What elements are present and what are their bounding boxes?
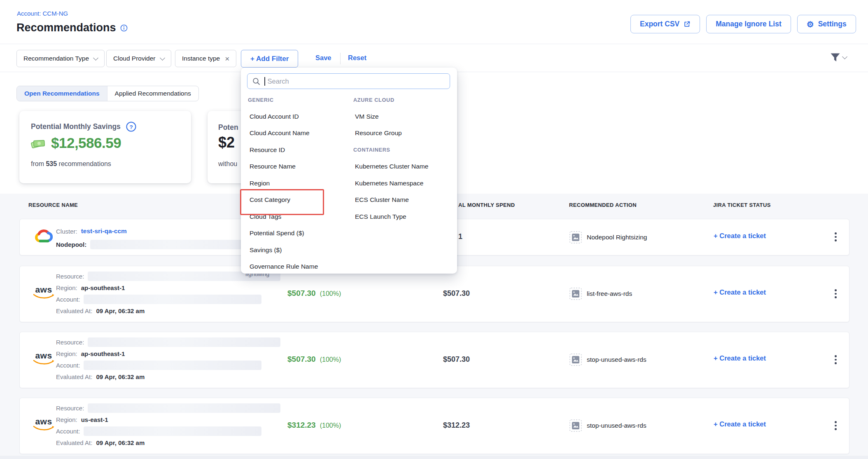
filter-option-region[interactable]: Region (248, 175, 345, 192)
region-label: Region: (56, 416, 77, 423)
filter-option-governance-rule-name[interactable]: Governance Rule Name (248, 258, 345, 275)
monthly-spend-value-partial: 1 (458, 232, 462, 241)
recommendations-page: Account: CCM-NG Recommendations Export C… (0, 0, 868, 459)
create-ticket-link[interactable]: + Create a ticket (714, 232, 766, 240)
filter-chip-cloud-provider[interactable]: Cloud Provider (106, 50, 171, 67)
info-icon[interactable] (120, 24, 128, 32)
kebab-menu-icon[interactable] (832, 353, 839, 367)
header-divider (0, 44, 868, 44)
redacted-value (84, 295, 261, 304)
savings-amount-row: $12,586.59 (31, 135, 121, 151)
cash-icon (31, 137, 46, 149)
title-row: Recommendations (16, 21, 128, 34)
filter-option-savings[interactable]: Savings ($) (248, 242, 345, 259)
evaluated-value: 09 Apr, 06:32 am (96, 373, 145, 380)
aws-icon: aws (32, 417, 55, 431)
spend-amount-partial: $2 (218, 134, 235, 151)
filter-column-azure-containers: AZURE CLOUD VM Size Resource Group CONTA… (353, 91, 452, 225)
tab-applied-recommendations[interactable]: Applied Recommendations (107, 86, 198, 101)
region-value: us-east-1 (81, 416, 108, 423)
filter-option-cost-category[interactable]: Cost Category (248, 192, 345, 208)
image-placeholder-icon (569, 231, 582, 244)
reset-filter-link[interactable]: Reset (348, 54, 366, 62)
subtext-prefix: from (31, 160, 44, 167)
search-icon (252, 77, 260, 85)
filter-option-cloud-account-name[interactable]: Cloud Account Name (248, 125, 345, 142)
filter-option-cloud-tags[interactable]: Cloud Tags (248, 208, 345, 225)
chevron-down-icon (160, 55, 165, 61)
chevron-down-icon (93, 55, 98, 61)
evaluated-label: Evaluated At: (56, 439, 92, 446)
recommended-action-label: list-free-aws-rds (587, 290, 632, 297)
chip-label: Cloud Provider (113, 55, 156, 62)
recommendations-tabs: Open Recommendations Applied Recommendat… (16, 86, 199, 101)
create-ticket-link[interactable]: + Create a ticket (714, 288, 766, 296)
recommended-action-cell: list-free-aws-rds (569, 288, 632, 300)
evaluated-label: Evaluated At: (56, 373, 92, 380)
manage-ignore-list-button[interactable]: Manage Ignore List (706, 15, 791, 33)
save-filter-link[interactable]: Save (315, 54, 331, 62)
resource-line: Resource: (56, 337, 280, 347)
account-label: Account: (56, 362, 80, 369)
chip-label: Recommendation Type (23, 55, 89, 62)
savings-percent: (100%) (320, 422, 341, 429)
search-input[interactable] (267, 77, 445, 86)
account-label: Account: (56, 296, 80, 303)
filter-option-potential-spend[interactable]: Potential Spend ($) (248, 225, 345, 242)
filter-option-ecs-cluster-name[interactable]: ECS Cluster Name (353, 192, 452, 208)
filter-funnel-icon (830, 53, 840, 62)
filter-option-kubernetes-cluster-name[interactable]: Kubernetes Cluster Name (353, 158, 452, 175)
filter-chip-recommendation-type[interactable]: Recommendation Type (16, 50, 105, 67)
redacted-value (88, 337, 280, 347)
tab-open-recommendations[interactable]: Open Recommendations (17, 86, 107, 101)
filter-option-vm-size[interactable]: VM Size (353, 108, 452, 125)
redacted-value (84, 361, 261, 370)
aws-icon: aws (32, 285, 55, 299)
add-filter-dropdown: GENERIC Cloud Account ID Cloud Account N… (241, 68, 457, 274)
filter-chip-instance-type[interactable]: Instance type × (175, 50, 236, 67)
savings-percent: (100%) (320, 356, 341, 363)
kebab-menu-icon[interactable] (832, 287, 839, 301)
filter-option-kubernetes-namespace[interactable]: Kubernetes Namespace (353, 175, 452, 192)
manage-ignore-list-label: Manage Ignore List (716, 20, 781, 28)
spend-subtext-partial: withou (218, 160, 237, 168)
evaluated-value: 09 Apr, 06:32 am (96, 439, 145, 446)
filter-option-resource-group[interactable]: Resource Group (353, 125, 452, 142)
image-placeholder-icon (569, 288, 582, 300)
redacted-value (84, 426, 261, 436)
filter-search-box[interactable] (247, 73, 450, 89)
breadcrumb[interactable]: Account: CCM-NG (17, 10, 68, 17)
filter-option-resource-name[interactable]: Resource Name (248, 158, 345, 175)
resource-line: Resource: (56, 403, 280, 413)
kebab-menu-icon[interactable] (832, 419, 839, 433)
settings-button[interactable]: ⚙ Settings (797, 15, 856, 33)
export-csv-button[interactable]: Export CSV (630, 15, 700, 33)
create-ticket-link[interactable]: + Create a ticket (714, 420, 766, 428)
svg-text:?: ? (129, 124, 133, 130)
account-line: Account: (56, 426, 261, 436)
chip-label: Instance type (182, 55, 220, 62)
card-title-partial: Poten (218, 123, 238, 132)
recommended-action-cell: Nodepool Rightsizing (569, 231, 647, 244)
filter-option-resource-id[interactable]: Resource ID (248, 142, 345, 159)
savings-amount: $12,586.59 (51, 135, 121, 151)
kebab-menu-icon[interactable] (832, 230, 839, 244)
monthly-savings-cell: $312.23 (100%) (287, 421, 341, 430)
cluster-name-link[interactable]: test-sri-qa-ccm (81, 227, 127, 235)
filter-option-ecs-launch-type[interactable]: ECS Launch Type (353, 208, 452, 225)
create-ticket-link[interactable]: + Create a ticket (714, 354, 766, 362)
filter-panel-toggle[interactable] (830, 53, 847, 62)
aws-icon: aws (32, 351, 55, 365)
question-icon[interactable]: ? (126, 122, 136, 132)
filter-option-cloud-account-id[interactable]: Cloud Account ID (248, 108, 345, 125)
add-filter-button[interactable]: + Add Filter (241, 50, 298, 68)
text-caret (264, 77, 265, 86)
table-row: aws Resource: Region: ap-southeast-1 Acc… (19, 266, 849, 322)
recommended-action-label: stop-unused-aws-rds (587, 356, 646, 363)
nodepool-label: Nodepool: (56, 241, 86, 248)
close-icon[interactable]: × (225, 55, 229, 63)
account-line: Account: (56, 360, 261, 370)
recommended-action-cell: stop-unused-aws-rds (569, 419, 646, 432)
filter-section-title: GENERIC (248, 91, 345, 108)
evaluated-line: Evaluated At: 09 Apr, 06:32 am (56, 437, 145, 448)
